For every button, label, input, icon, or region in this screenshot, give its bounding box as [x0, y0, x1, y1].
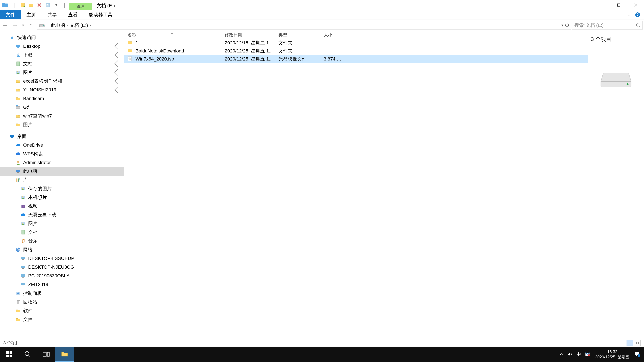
- help-icon[interactable]: ?: [634, 11, 641, 18]
- tree-item[interactable]: 文档: [0, 228, 124, 237]
- file-row[interactable]: BaiduNetdiskDownload2020/12/25, 星期五 1...…: [124, 47, 588, 55]
- tree-item[interactable]: 文件: [0, 315, 124, 324]
- breadcrumb-segment[interactable]: 此电脑: [51, 22, 65, 28]
- tree-item[interactable]: WPS网盘: [0, 149, 124, 158]
- file-row[interactable]: 12020/12/15, 星期二 1...文件夹: [124, 39, 588, 47]
- tree-item[interactable]: 下载: [0, 51, 124, 59]
- svg-point-59: [25, 352, 29, 356]
- task-view-button[interactable]: [37, 347, 55, 362]
- taskbar-clock[interactable]: 16:32 2020/12/25, 星期五: [592, 349, 633, 360]
- column-name[interactable]: 名称: [124, 31, 221, 39]
- tree-item[interactable]: 此电脑: [0, 167, 124, 176]
- tray-overflow-icon[interactable]: [557, 347, 566, 362]
- qat-new-folder-icon[interactable]: [28, 1, 34, 8]
- tree-item[interactable]: 快速访问: [0, 33, 124, 42]
- file-list[interactable]: 名称 修改日期 类型 大小 12020/12/15, 星期二 1...文件夹Ba…: [124, 31, 588, 339]
- refresh-icon[interactable]: [565, 23, 569, 28]
- tree-item[interactable]: 回收站: [0, 298, 124, 306]
- tree-item[interactable]: 图片: [0, 120, 124, 129]
- ribbon-tab-drivetools[interactable]: 驱动器工具: [83, 10, 118, 19]
- ribbon-tab-file[interactable]: 文件: [0, 10, 21, 19]
- tree-item[interactable]: 音乐: [0, 237, 124, 245]
- file-row[interactable]: Win7x64_2020.iso2020/12/25, 星期五 1...光盘映像…: [124, 55, 588, 63]
- chevron-right-icon[interactable]: ›: [65, 23, 70, 27]
- tree-item[interactable]: 软件: [0, 306, 124, 315]
- nav-forward-button[interactable]: →: [10, 19, 20, 31]
- view-large-button[interactable]: [634, 340, 641, 346]
- maximize-button[interactable]: [610, 0, 627, 10]
- column-size[interactable]: 大小: [320, 31, 347, 39]
- tree-item[interactable]: 网络: [0, 245, 124, 254]
- nav-up-button[interactable]: ↑: [26, 19, 36, 31]
- svg-point-50: [626, 83, 628, 85]
- volume-icon[interactable]: [566, 347, 574, 362]
- svg-rect-14: [16, 62, 20, 66]
- ime-indicator[interactable]: 中: [574, 347, 583, 362]
- lib-icon: [15, 177, 21, 183]
- svg-point-30: [22, 196, 23, 197]
- svg-rect-52: [638, 342, 639, 343]
- close-button[interactable]: [627, 0, 644, 10]
- chevron-right-icon[interactable]: ›: [46, 23, 51, 27]
- qat-rename-icon[interactable]: [44, 1, 51, 8]
- tree-item[interactable]: 控制面板: [0, 289, 124, 298]
- search-icon[interactable]: [636, 23, 640, 28]
- qat-dropdown-icon[interactable]: ▾: [53, 1, 60, 8]
- breadcrumb-segment[interactable]: 文档 (E:): [70, 22, 88, 28]
- tree-item[interactable]: PC-20190530OBLA: [0, 272, 124, 280]
- tree-item[interactable]: YUNQISHI2019: [0, 85, 124, 94]
- show-desktop-button[interactable]: [642, 347, 644, 362]
- taskbar-explorer-button[interactable]: [55, 347, 74, 362]
- minimize-button[interactable]: [594, 0, 610, 10]
- qat-delete-icon[interactable]: [36, 1, 43, 8]
- tree-item[interactable]: 图片: [0, 68, 124, 77]
- tree-item[interactable]: 桌面: [0, 132, 124, 141]
- tree-item[interactable]: DESKTOP-LSSOEDP: [0, 254, 124, 263]
- tree-item[interactable]: G:\: [0, 103, 124, 112]
- action-center-icon[interactable]: 3: [633, 347, 642, 362]
- qat-properties-icon[interactable]: [19, 1, 26, 8]
- nav-back-button[interactable]: ←: [0, 19, 10, 31]
- tree-item[interactable]: DESKTOP-NJEU3CG: [0, 263, 124, 272]
- ribbon-tab-view[interactable]: 查看: [62, 10, 83, 19]
- tree-item[interactable]: 本机照片: [0, 193, 124, 202]
- tree-item[interactable]: 图片: [0, 219, 124, 228]
- address-dropdown-icon[interactable]: ▾: [562, 23, 563, 27]
- tree-item[interactable]: Desktop: [0, 42, 124, 51]
- tree-item[interactable]: 库: [0, 176, 124, 184]
- column-type[interactable]: 类型: [275, 31, 320, 39]
- nav-recent-dropdown[interactable]: ▾: [20, 19, 26, 31]
- tree-item[interactable]: Bandicam: [0, 94, 124, 103]
- pic-icon: [20, 221, 26, 227]
- tree-item[interactable]: OneDrive: [0, 141, 124, 149]
- tree-item[interactable]: ZMT2019: [0, 280, 124, 289]
- chevron-right-icon[interactable]: ›: [88, 23, 92, 27]
- address-bar[interactable]: › 此电脑 › 文档 (E:) › ▾: [37, 21, 571, 29]
- tree-item[interactable]: win7重装win7: [0, 112, 124, 120]
- ribbon-tab-home[interactable]: 主页: [21, 10, 42, 19]
- ribbon-tab-share[interactable]: 共享: [42, 10, 62, 19]
- cloud-icon: [20, 212, 26, 218]
- column-date[interactable]: 修改日期: [221, 31, 275, 39]
- ribbon-context-tab[interactable]: 管理: [69, 0, 92, 10]
- taskbar-search-button[interactable]: [18, 347, 37, 362]
- tree-item[interactable]: 天翼云盘下载: [0, 211, 124, 219]
- svg-point-16: [17, 71, 18, 72]
- tree-item[interactable]: 文档: [0, 59, 124, 68]
- tree-item[interactable]: 保存的图片: [0, 184, 124, 193]
- svg-rect-43: [22, 286, 24, 286]
- view-details-button[interactable]: [626, 340, 633, 346]
- tray-app-icon[interactable]: [583, 347, 592, 362]
- start-button[interactable]: [0, 347, 18, 362]
- tree-item[interactable]: Administrator: [0, 158, 124, 167]
- ribbon-expand-icon[interactable]: ⌵: [626, 11, 632, 18]
- pc-net-icon: [20, 273, 26, 279]
- tree-item-label: Bandicam: [23, 96, 44, 101]
- tree-item[interactable]: excel表格制作求和: [0, 77, 124, 85]
- tree-item[interactable]: 视频: [0, 202, 124, 211]
- clock-date: 2020/12/25, 星期五: [595, 354, 630, 360]
- tree-item-label: 保存的图片: [28, 186, 52, 192]
- svg-rect-58: [10, 355, 12, 357]
- search-input[interactable]: 搜索"文档 (E:)": [572, 21, 643, 29]
- nav-tree[interactable]: 快速访问Desktop下载文档图片excel表格制作求和YUNQISHI2019…: [0, 31, 124, 339]
